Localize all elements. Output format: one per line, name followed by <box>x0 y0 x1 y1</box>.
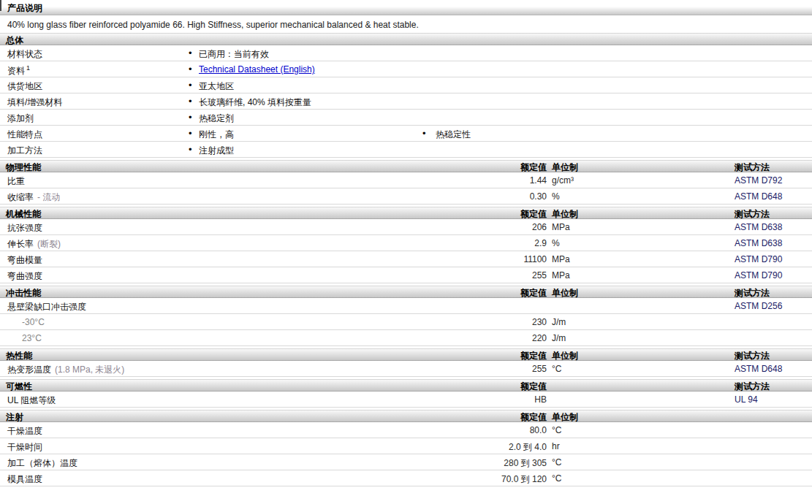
overview-row-additive: 添加剂 热稳定剂 <box>0 110 812 126</box>
section-header-physical: 物理性能 额定值 单位制 测试方法 <box>0 160 812 172</box>
property-name: 热变形温度(1.8 MPa, 未退火) <box>7 364 124 376</box>
unit: MPa <box>552 222 570 232</box>
unit: MPa <box>552 254 570 264</box>
table-row: UL 阻燃等级 HB UL 94 <box>0 392 812 408</box>
overview-row-region: 供货地区 亚太地区 <box>0 77 812 93</box>
bullet-icon <box>189 96 192 107</box>
condition-label: 23°C <box>22 333 42 343</box>
bullet-icon <box>189 144 192 155</box>
rated-value: 255 <box>532 364 547 374</box>
test-method: ASTM D638 <box>735 222 782 232</box>
product-description: 40% long glass fiber reinforced polyamid… <box>0 15 812 32</box>
section-header-flammability: 可燃性 额定值 测试方法 <box>0 379 812 392</box>
table-row: 比重 1.44 g/cm³ ASTM D792 <box>0 172 812 188</box>
page-title: 产品说明 <box>7 3 42 13</box>
rated-value: 280 到 305 <box>504 457 547 470</box>
test-method: ASTM D790 <box>735 254 782 264</box>
property-label: 供货地区 <box>7 80 42 93</box>
property-name: 伸长率(断裂) <box>7 238 61 251</box>
test-method: ASTM D256 <box>735 301 782 311</box>
rated-value: 220 <box>532 333 547 343</box>
property-name: 弯曲强度 <box>7 270 42 283</box>
unit: MPa <box>552 270 570 280</box>
table-row: 抗张强度 206 MPa ASTM D638 <box>0 219 812 235</box>
property-value: 热稳定剂 <box>199 112 234 125</box>
property-qualifier: - 流动 <box>37 192 60 202</box>
property-name: 抗张强度 <box>7 222 42 234</box>
unit: hr <box>552 441 560 451</box>
property-qualifier: (1.8 MPa, 未退火) <box>55 364 124 375</box>
table-row: 模具温度 70.0 到 120 °C <box>0 470 812 486</box>
property-qualifier: (断裂) <box>37 239 61 249</box>
table-row: 弯曲模量 11100 MPa ASTM D790 <box>0 251 812 267</box>
property-value: 亚太地区 <box>199 80 234 93</box>
unit: °C <box>552 473 561 484</box>
table-row: 热变形温度(1.8 MPa, 未退火) 255 °C ASTM D648 <box>0 361 812 377</box>
section-header-mechanical: 机械性能 额定值 单位制 测试方法 <box>0 207 812 219</box>
table-row: 伸长率(断裂) 2.9 % ASTM D638 <box>0 235 812 251</box>
overview-row-processing: 加工方法 注射成型 <box>0 142 812 158</box>
table-row: 干燥温度 80.0 °C <box>0 422 812 438</box>
bullet-icon <box>189 47 192 58</box>
section-header-thermal: 热性能 额定值 单位制 测试方法 <box>0 348 812 361</box>
unit: °C <box>552 364 561 374</box>
table-row: 弯曲强度 255 MPa ASTM D790 <box>0 267 812 283</box>
bullet-icon <box>189 80 192 91</box>
unit: g/cm³ <box>552 175 574 186</box>
rated-value: 2.0 到 4.0 <box>509 441 547 454</box>
table-subrow: 23°C 220 J/m <box>0 330 812 346</box>
section-header-overview: 总体 <box>0 33 812 45</box>
property-name: 干燥时间 <box>7 441 42 454</box>
property-label: 加工方法 <box>7 145 42 157</box>
unit: °C <box>552 425 561 435</box>
property-name: 加工（熔体）温度 <box>7 457 77 470</box>
bullet-icon <box>189 112 192 123</box>
property-name: 收缩率- 流动 <box>7 191 60 204</box>
rated-value: 230 <box>532 317 547 327</box>
unit: °C <box>552 457 561 467</box>
rated-value: 0.30 <box>530 191 547 202</box>
overview-row-features: 性能特点 刚性，高 热稳定性 <box>0 126 812 142</box>
unit: J/m <box>552 333 566 343</box>
rated-value: 11100 <box>523 254 547 264</box>
property-name: 比重 <box>7 175 25 188</box>
property-value: 刚性，高 <box>199 129 234 141</box>
rated-value: 206 <box>532 222 547 232</box>
rated-value: 70.0 到 120 <box>501 473 547 486</box>
test-method: ASTM D638 <box>735 238 782 248</box>
test-method: ASTM D790 <box>735 270 782 280</box>
property-name: 模具温度 <box>7 473 42 486</box>
property-name: 弯曲模量 <box>7 254 42 267</box>
bullet-icon <box>189 64 192 75</box>
test-method: ASTM D648 <box>735 364 782 374</box>
section-header-impact: 冲击性能 额定值 单位制 测试方法 <box>0 286 812 298</box>
property-value: 已商用：当前有效 <box>199 48 269 61</box>
property-name: UL 阻燃等级 <box>7 394 56 407</box>
bullet-icon <box>422 128 426 139</box>
property-label: 添加剂 <box>7 112 34 125</box>
property-name: 干燥温度 <box>7 425 42 438</box>
technical-datasheet-link[interactable]: Technical Datasheet (English) <box>199 64 315 75</box>
bullet-icon <box>189 128 192 139</box>
rated-value: 80.0 <box>530 425 547 435</box>
rated-value: 1.44 <box>530 175 547 186</box>
overview-row-filler: 填料/增强材料 长玻璃纤维, 40% 填料按重量 <box>0 93 812 110</box>
test-method: ASTM D648 <box>735 191 782 202</box>
table-row: 收缩率- 流动 0.30 % ASTM D648 <box>0 188 812 205</box>
property-value: 长玻璃纤维, 40% 填料按重量 <box>199 96 311 109</box>
table-row: 悬壁梁缺口冲击强度 ASTM D256 <box>0 298 812 314</box>
rated-value: 255 <box>532 270 547 280</box>
overview-row-material-status: 材料状态 已商用：当前有效 <box>0 45 812 61</box>
section-header-injection: 注射 额定值 单位制 <box>0 410 812 422</box>
table-subrow: -30°C 230 J/m <box>0 314 812 330</box>
unit: % <box>552 191 560 202</box>
rated-value: 2.9 <box>534 238 547 248</box>
test-method: ASTM D792 <box>735 175 782 186</box>
condition-label: -30°C <box>22 317 45 327</box>
rated-value: HB <box>534 394 547 405</box>
property-name: 悬壁梁缺口冲击强度 <box>7 301 86 313</box>
property-label: 填料/增强材料 <box>7 96 62 109</box>
property-label: 性能特点 <box>7 129 42 141</box>
table-row: 加工（熔体）温度 280 到 305 °C <box>0 454 812 470</box>
page-header: 产品说明 <box>0 0 812 15</box>
